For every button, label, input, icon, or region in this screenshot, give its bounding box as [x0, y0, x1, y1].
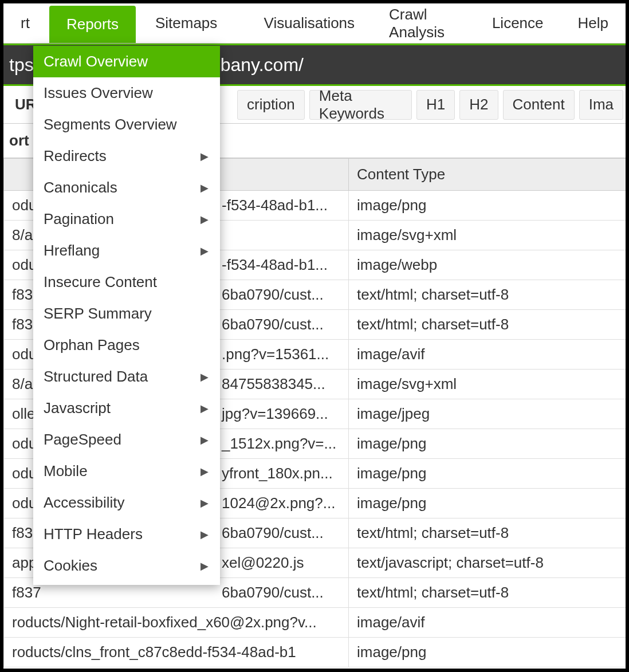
cell-content-type: image/webp [349, 250, 627, 280]
cell-content-type: image/svg+xml [349, 370, 627, 399]
filter-left: ort [3, 132, 35, 150]
menubar-label: Sitemaps [155, 14, 217, 32]
chevron-right-icon: ▶ [201, 402, 209, 415]
dropdown-label: Cookies [44, 557, 97, 575]
cell-content-type: image/avif [349, 340, 627, 370]
dropdown-item-redirects[interactable]: Redirects▶ [33, 140, 220, 172]
tab-label: Ima [589, 96, 614, 113]
chevron-right-icon: ▶ [201, 245, 209, 257]
tab-ima[interactable]: Ima [579, 90, 623, 120]
tab-cription[interactable]: cription [237, 90, 305, 120]
tab-label: H2 [469, 96, 488, 113]
dropdown-label: Segments Overview [44, 116, 177, 133]
chevron-right-icon: ▶ [201, 182, 209, 194]
cell-content-type: text/html; charset=utf-8 [349, 518, 627, 548]
menubar-item-crawl-analysis[interactable]: Crawl Analysis [372, 3, 475, 43]
dropdown-label: PageSpeed [44, 431, 121, 449]
dropdown-label: Crawl Overview [44, 53, 148, 70]
cell-content-type: image/svg+xml [349, 221, 627, 250]
dropdown-item-insecure-content[interactable]: Insecure Content [33, 266, 220, 298]
chevron-right-icon: ▶ [201, 560, 209, 572]
cell-content-type: image/png [349, 489, 627, 518]
dropdown-label: HTTP Headers [44, 525, 143, 543]
dropdown-label: Structured Data [44, 368, 148, 386]
dropdown-label: Redirects [44, 147, 107, 165]
tab-label: Content [513, 96, 565, 113]
menubar-item-help[interactable]: Help [561, 3, 626, 43]
url-right-fragment: bany.com/ [221, 54, 304, 76]
dropdown-label: Issues Overview [44, 84, 153, 102]
menubar-label: Reports [66, 15, 119, 33]
dropdown-item-pagespeed[interactable]: PageSpeed▶ [33, 424, 220, 455]
dropdown-item-cookies[interactable]: Cookies▶ [33, 550, 220, 581]
chevron-right-icon: ▶ [201, 213, 209, 226]
cell-content-type: text/html; charset=utf-8 [349, 280, 627, 310]
table-row[interactable]: roducts/Night-retail-boxfixed_x60@2x.png… [4, 608, 627, 638]
menubar-item-sitemaps[interactable]: Sitemaps [138, 3, 234, 43]
cell-content-type: text/html; charset=utf-8 [349, 578, 627, 608]
chevron-right-icon: ▶ [201, 371, 209, 383]
dropdown-item-serp-summary[interactable]: SERP Summary [33, 298, 220, 329]
dropdown-label: Accessibility [44, 494, 125, 512]
dropdown-item-mobile[interactable]: Mobile▶ [33, 455, 220, 487]
dropdown-item-javascript[interactable]: Javascript▶ [33, 392, 220, 424]
dropdown-item-accessibility[interactable]: Accessibility▶ [33, 487, 220, 518]
table-row[interactable]: roducts/clns_front_c87c8edd-f534-48ad-b1… [4, 638, 627, 667]
dropdown-label: Mobile [44, 462, 88, 480]
cell-content-type: image/png [349, 429, 627, 459]
menubar-item-visualisations[interactable]: Visualisations [247, 3, 372, 43]
dropdown-item-segments-overview[interactable]: Segments Overview [33, 109, 220, 140]
table-header-content-type[interactable]: Content Type [349, 159, 627, 191]
cell-content-type: image/png [349, 191, 627, 221]
dropdown-item-hreflang[interactable]: Hreflang▶ [33, 235, 220, 266]
tab-label: H1 [426, 96, 445, 113]
menubar-label: Help [578, 14, 608, 32]
dropdown-label: Pagination [44, 210, 114, 228]
dropdown-label: Hreflang [44, 242, 100, 260]
dropdown-label: Javascript [44, 399, 111, 417]
cell-content-type: image/jpeg [349, 399, 627, 429]
url-left-fragment: tps [9, 54, 34, 76]
dropdown-label: Insecure Content [44, 273, 157, 291]
cell-url: roducts/clns_front_c87c8edd-f534-48ad-b1 [4, 638, 349, 667]
tab-label: cription [247, 96, 295, 113]
dropdown-item-http-headers[interactable]: HTTP Headers▶ [33, 518, 220, 550]
tab-content[interactable]: Content [503, 90, 575, 120]
menubar-item-licence[interactable]: Licence [475, 3, 561, 43]
chevron-right-icon: ▶ [201, 528, 209, 541]
dropdown-item-canonicals[interactable]: Canonicals▶ [33, 172, 220, 203]
menubar-label: Visualisations [264, 14, 355, 32]
reports-dropdown: Crawl OverviewIssues OverviewSegments Ov… [33, 46, 220, 585]
cell-url: roducts/Night-retail-boxfixed_x60@2x.png… [4, 608, 349, 638]
dropdown-item-issues-overview[interactable]: Issues Overview [33, 77, 220, 109]
tab-h2[interactable]: H2 [459, 90, 498, 120]
dropdown-item-crawl-overview[interactable]: Crawl Overview [33, 46, 220, 77]
dropdown-item-orphan-pages[interactable]: Orphan Pages [33, 329, 220, 361]
dropdown-label: SERP Summary [44, 305, 152, 323]
menubar-label: rt [21, 14, 30, 32]
dropdown-label: Canonicals [44, 179, 117, 197]
cell-content-type: image/avif [349, 608, 627, 638]
dropdown-item-pagination[interactable]: Pagination▶ [33, 203, 220, 235]
dropdown-label: Orphan Pages [44, 336, 140, 354]
chevron-right-icon: ▶ [201, 497, 209, 509]
chevron-right-icon: ▶ [201, 434, 209, 446]
cell-content-type: text/html; charset=utf-8 [349, 310, 627, 340]
menubar: rtReportsSitemapsVisualisationsCrawl Ana… [3, 3, 626, 44]
chevron-right-icon: ▶ [201, 150, 209, 163]
cell-content-type: image/png [349, 638, 627, 667]
menubar-item-rt[interactable]: rt [3, 3, 47, 43]
tab-meta-keywords[interactable]: Meta Keywords [309, 90, 412, 120]
cell-content-type: text/javascript; charset=utf-8 [349, 548, 627, 578]
menubar-item-reports[interactable]: Reports [49, 6, 136, 43]
tab-label: Meta Keywords [319, 87, 402, 123]
menubar-label: Licence [492, 14, 544, 32]
dropdown-item-structured-data[interactable]: Structured Data▶ [33, 361, 220, 392]
cell-content-type: image/png [349, 459, 627, 489]
tab-h1[interactable]: H1 [416, 90, 455, 120]
chevron-right-icon: ▶ [201, 465, 209, 478]
menubar-label: Crawl Analysis [389, 6, 458, 41]
